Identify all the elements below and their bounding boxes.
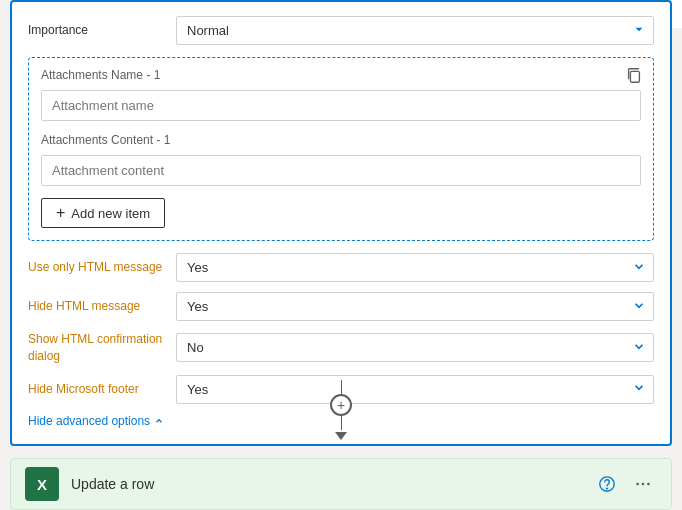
chevron-up-icon: [154, 416, 164, 426]
copy-attachments-button[interactable]: [625, 66, 643, 87]
more-options-button[interactable]: [629, 470, 657, 498]
svg-point-5: [642, 483, 645, 486]
hide-html-row: Hide HTML message Yes No: [28, 292, 654, 321]
importance-select[interactable]: Normal High Low: [176, 16, 654, 45]
excel-letter: X: [37, 476, 47, 493]
attachments-content-title: Attachments Content - 1: [41, 133, 641, 147]
use-html-row: Use only HTML message Yes No: [28, 253, 654, 282]
add-item-button[interactable]: + Add new item: [41, 198, 165, 228]
show-confirmation-select[interactable]: No Yes: [176, 333, 654, 362]
show-confirmation-select-wrapper: No Yes: [176, 333, 654, 362]
connector-line-top: [341, 380, 342, 394]
attachment-name-input[interactable]: [41, 90, 641, 121]
connector-area: +: [330, 380, 352, 440]
connector-arrow-icon: [335, 432, 347, 440]
attachments-name-title: Attachments Name - 1: [41, 68, 641, 82]
svg-rect-1: [630, 71, 639, 82]
use-html-select[interactable]: Yes No: [176, 253, 654, 282]
show-confirmation-row: Show HTML confirmation dialog No Yes: [28, 331, 654, 365]
importance-select-wrapper: Normal High Low: [176, 16, 654, 45]
hide-html-label: Hide HTML message: [28, 298, 176, 315]
attachment-content-input[interactable]: [41, 155, 641, 186]
show-confirmation-label: Show HTML confirmation dialog: [28, 331, 176, 365]
connector-line-bottom: [341, 416, 342, 430]
hide-footer-label: Hide Microsoft footer: [28, 381, 176, 398]
hide-advanced-label: Hide advanced options: [28, 414, 150, 428]
hide-footer-select[interactable]: Yes No: [176, 375, 654, 404]
plus-icon: +: [56, 205, 65, 221]
attachments-section: Attachments Name - 1 Attachments Content…: [28, 57, 654, 241]
next-action-title: Update a row: [71, 476, 581, 492]
svg-point-6: [647, 483, 650, 486]
importance-label: Importance: [28, 22, 176, 39]
hide-footer-select-wrapper: Yes No: [176, 375, 654, 404]
connector-plus-button[interactable]: +: [330, 394, 352, 416]
next-action-card: X Update a row: [10, 458, 672, 510]
main-card: Importance Normal High Low Attachments N…: [10, 0, 672, 446]
excel-icon: X: [25, 467, 59, 501]
svg-point-4: [636, 483, 639, 486]
hide-html-select-wrapper: Yes No: [176, 292, 654, 321]
next-card-actions: [593, 470, 657, 498]
use-html-select-wrapper: Yes No: [176, 253, 654, 282]
svg-point-3: [607, 488, 608, 489]
importance-row: Importance Normal High Low: [28, 16, 654, 45]
add-item-label: Add new item: [71, 206, 150, 221]
use-html-label: Use only HTML message: [28, 259, 176, 276]
help-button[interactable]: [593, 470, 621, 498]
hide-html-select[interactable]: Yes No: [176, 292, 654, 321]
